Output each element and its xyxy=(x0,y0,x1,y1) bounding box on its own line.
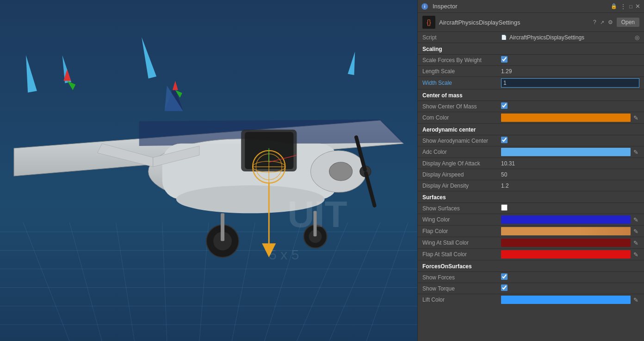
scene-svg: UIT 5 x 5 xyxy=(0,0,417,341)
show-aero-label: Show Aerodynamic Center xyxy=(422,138,501,144)
field-wing-stall-color: Wing At Stall Color ✎ xyxy=(418,237,644,249)
svg-rect-53 xyxy=(221,213,224,241)
air-density-label: Display Air Density xyxy=(422,183,501,189)
inspector-content: {} AircraftPhysicsDisplaySettings ? ↗ ⚙ … xyxy=(418,13,644,341)
show-surfaces-value xyxy=(501,204,639,212)
question-icon[interactable]: ? xyxy=(593,19,596,25)
adc-color-label: Adc Color xyxy=(422,149,501,155)
wing-stall-color-swatch[interactable] xyxy=(501,239,631,247)
airspeed-label: Display Airspeed xyxy=(422,171,501,178)
component-icon-text: {} xyxy=(427,19,431,26)
airspeed-text: 50 xyxy=(501,171,507,178)
flap-stall-color-eyedropper[interactable]: ✎ xyxy=(632,251,639,258)
titlebar-left: i Inspector xyxy=(421,3,457,10)
inspector-title: Inspector xyxy=(433,3,457,10)
flap-stall-color-swatch[interactable] xyxy=(501,250,631,259)
wing-color-eyedropper[interactable]: ✎ xyxy=(632,216,639,223)
show-forces-value xyxy=(501,273,639,281)
show-surfaces-checkbox[interactable] xyxy=(501,204,508,211)
section-scaling-label: Scaling xyxy=(422,46,442,52)
adc-color-eyedropper[interactable]: ✎ xyxy=(632,149,639,156)
field-flap-stall-color: Flap At Stall Color ✎ xyxy=(418,249,644,260)
lock-icon[interactable]: 🔒 xyxy=(611,3,617,9)
show-com-checkbox[interactable] xyxy=(501,102,508,109)
lift-color-swatch[interactable] xyxy=(501,296,631,304)
doc-icon: 📄 xyxy=(501,35,507,40)
svg-text:5 x 5: 5 x 5 xyxy=(269,247,299,262)
script-label: Script xyxy=(422,34,501,41)
com-color-eyedropper[interactable]: ✎ xyxy=(632,114,639,121)
wing-color-swatch[interactable] xyxy=(501,215,631,224)
air-density-value: 1.2 xyxy=(501,183,639,189)
length-scale-text: 1.29 xyxy=(501,68,512,75)
length-scale-value: 1.29 xyxy=(501,68,639,75)
menu-icon[interactable]: ⋮ xyxy=(620,3,626,10)
show-torque-label: Show Torque xyxy=(422,285,501,292)
field-show-forces: Show Forces xyxy=(418,272,644,283)
angle-attack-value: 10.31 xyxy=(501,160,639,167)
flap-stall-color-swatch-container: ✎ xyxy=(501,250,639,259)
svg-point-55 xyxy=(329,162,353,181)
show-forces-checkbox[interactable] xyxy=(501,273,508,280)
link-icon[interactable]: ↗ xyxy=(600,19,604,25)
show-torque-checkbox[interactable] xyxy=(501,284,508,291)
lift-color-label: Lift Color xyxy=(422,297,501,303)
section-surfaces: Surfaces xyxy=(418,191,644,203)
script-row: Script 📄 AircraftPhysicsDisplaySettings … xyxy=(418,32,644,43)
lift-color-swatch-container: ✎ xyxy=(501,296,639,304)
component-header-left: {} AircraftPhysicsDisplaySettings xyxy=(422,16,520,29)
field-show-surfaces: Show Surfaces xyxy=(418,203,644,214)
section-aero-label: Aerodynamic center xyxy=(422,126,476,133)
component-header: {} AircraftPhysicsDisplaySettings ? ↗ ⚙ … xyxy=(418,13,644,32)
scale-forces-value xyxy=(501,56,639,64)
section-com: Center of mass xyxy=(418,89,644,101)
airspeed-value: 50 xyxy=(501,171,639,178)
maximize-icon[interactable]: □ xyxy=(629,4,632,9)
field-lift-color: Lift Color ✎ xyxy=(418,294,644,305)
show-aero-value xyxy=(501,137,639,145)
wing-stall-color-label: Wing At Stall Color xyxy=(422,240,501,246)
show-torque-value xyxy=(501,284,639,292)
flap-color-swatch-container: ✎ xyxy=(501,227,639,235)
show-com-label: Show Center Of Mass xyxy=(422,103,501,110)
settings-icon[interactable]: ⚙ xyxy=(608,19,613,25)
section-aero: Aerodynamic center xyxy=(418,124,644,135)
flap-stall-color-label: Flap At Stall Color xyxy=(422,251,501,258)
field-show-torque: Show Torque xyxy=(418,283,644,294)
scale-forces-label: Scale Forces By Weight xyxy=(422,57,501,63)
3d-viewport[interactable]: UIT 5 x 5 xyxy=(0,0,417,341)
adc-color-swatch-container: ✎ xyxy=(501,148,639,156)
close-icon[interactable]: ✕ xyxy=(635,3,640,10)
field-wing-color: Wing Color ✎ xyxy=(418,214,644,226)
field-scale-forces: Scale Forces By Weight xyxy=(418,55,644,66)
wing-stall-color-eyedropper[interactable]: ✎ xyxy=(632,240,639,246)
section-com-label: Center of mass xyxy=(422,92,463,99)
width-scale-label: Width Scale xyxy=(422,80,501,86)
flap-color-swatch[interactable] xyxy=(501,227,631,235)
open-button[interactable]: Open xyxy=(617,18,639,27)
flap-color-eyedropper[interactable]: ✎ xyxy=(632,228,639,235)
field-angle-attack: Display Angle Of Attack 10.31 xyxy=(418,158,644,169)
length-scale-label: Length Scale xyxy=(422,68,501,75)
width-scale-input[interactable] xyxy=(501,78,639,88)
script-value[interactable]: 📄 AircraftPhysicsDisplaySettings xyxy=(501,34,584,41)
angle-attack-label: Display Angle Of Attack xyxy=(422,160,501,167)
scale-forces-checkbox[interactable] xyxy=(501,56,508,63)
field-show-aero: Show Aerodynamic Center xyxy=(418,135,644,146)
field-length-scale: Length Scale 1.29 xyxy=(418,66,644,77)
field-width-scale: Width Scale xyxy=(418,77,644,89)
wing-color-label: Wing Color xyxy=(422,216,501,223)
com-color-swatch[interactable] xyxy=(501,114,631,122)
com-color-swatch-container: ✎ xyxy=(501,114,639,122)
section-scaling: Scaling xyxy=(418,43,644,55)
section-forces-label: ForcesOnSurfaces xyxy=(422,263,472,270)
com-color-label: Com Color xyxy=(422,114,501,121)
wing-stall-color-swatch-container: ✎ xyxy=(501,239,639,247)
script-settings-icon[interactable]: ◎ xyxy=(635,34,639,41)
field-flap-color: Flap Color ✎ xyxy=(418,226,644,237)
info-icon: i xyxy=(421,3,428,10)
angle-attack-text: 10.31 xyxy=(501,160,515,167)
lift-color-eyedropper[interactable]: ✎ xyxy=(632,297,639,303)
show-aero-checkbox[interactable] xyxy=(501,137,508,143)
adc-color-swatch[interactable] xyxy=(501,148,631,156)
